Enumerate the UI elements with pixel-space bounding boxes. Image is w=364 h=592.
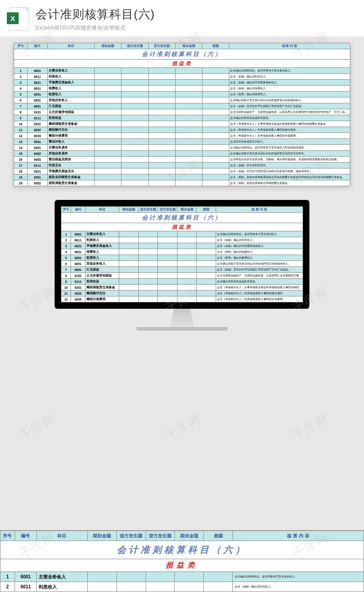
cell-closing [177, 249, 196, 255]
cell-credit [158, 261, 177, 267]
table-row: 7 6061 汇兑损益 企业（金融）发生的外币交易因汇率变动而产生的汇兑损益。 [61, 267, 303, 273]
cell-diff [202, 127, 229, 133]
table-row: 4 6031 保费收入 企业（保险）确认的保费收入。 [14, 86, 350, 92]
column-header: 期末金额 [175, 531, 204, 541]
table-row: 5 6051 租赁收入 企业（租赁）确认的租赁收入。 [14, 92, 350, 97]
cell-subject: 利息收入 [47, 74, 94, 80]
cell-code: 6502 [27, 180, 47, 186]
cell-opening [119, 231, 138, 237]
cell-subject: 保费收入 [47, 86, 94, 92]
cell-closing [175, 115, 202, 121]
table-row: 19 6501 提取未到期责任准备金 企业（保险）提取的非寿险原保险合同未到期责… [14, 174, 350, 180]
cell-diff [197, 296, 216, 302]
cell-diff [202, 68, 229, 74]
cell-subject: 提取未到期责任准备金 [47, 174, 94, 180]
cell-credit [148, 80, 175, 86]
cell-desc: 企业确认的投资收益或投资损失。 [229, 115, 350, 121]
sheet-title: 会计准则核算科目（六） [14, 49, 350, 60]
cell-code: 6051 [27, 92, 47, 97]
cell-subject: 公允价值变动损益 [47, 109, 94, 115]
cell-subject: 手续费及佣金支出 [47, 168, 94, 174]
cell-credit [158, 296, 177, 302]
preview-card-bottom: 会计准则核算科目（六）损益类序号编号科目期初金额借方发生额贷方发生额期末金额差额… [0, 530, 364, 592]
cell-code: 6201 [71, 285, 86, 291]
cell-subject: 利息支出 [47, 163, 94, 168]
table-row: 2 6011 利息收入 企业（金融）确认的利息收入。 [61, 237, 303, 243]
table-row: 3 6021 手续费及佣金收入 企业（金融）确认的手续费及佣金收入。 [14, 80, 350, 86]
cell-debit [121, 163, 148, 168]
cell-desc: 企业（金融）确认的利息收入。 [229, 74, 350, 80]
table-row: 8 6101 公允价值变动损益 企业交易性金融资产、交易性金融负债，以及采用公允… [14, 109, 350, 115]
cell-desc: 企业确认的投资收益或投资损失。 [216, 279, 303, 285]
cell-code: 6203 [27, 133, 47, 139]
monitor-preview: 会计准则核算科目（六）损益类序号编号科目期初金额借方发生额贷方发生额期末金额差额… [0, 200, 364, 331]
cell-subject: 其他业务收入 [86, 261, 119, 267]
accounting-table-monitor: 会计准则核算科目（六）损益类序号编号科目期初金额借方发生额贷方发生额期末金额差额… [61, 206, 303, 302]
table-row: 17 6411 利息支出 企业（金融）发生的利息支出。 [14, 163, 350, 168]
cell-code: 6203 [71, 296, 86, 302]
cell-seq: 15 [14, 151, 28, 157]
cell-diff [202, 174, 229, 180]
cell-debit [121, 151, 148, 157]
cell-debit [121, 97, 148, 103]
cell-diff [202, 180, 229, 186]
sheet-title: 会计准则核算科目（六） [0, 541, 364, 559]
cell-credit [158, 231, 177, 237]
cell-opening [95, 174, 121, 180]
cell-debit [138, 255, 157, 261]
cell-credit [158, 243, 177, 249]
cell-desc: 企业确认的除主营业务活动以外的其他经营活动实现的收入。 [229, 97, 350, 103]
monitor-screen: 会计准则核算科目（六）损益类序号编号科目期初金额借方发生额贷方发生额期末金额差额… [55, 200, 309, 309]
cell-opening [95, 109, 121, 115]
column-header: 贷方发生额 [146, 531, 175, 541]
column-header: 序号 [61, 207, 71, 213]
cell-seq: 19 [14, 174, 28, 180]
cell-subject: 主营业务成本 [47, 145, 94, 151]
table-row: 10 6201 摊回保险责任准备金 企业（再保险分出人）从事再保险业务应向再保险… [61, 285, 303, 291]
cell-code: 6061 [27, 103, 47, 109]
cell-closing [177, 261, 196, 267]
cell-desc: 企业（金融）发生的与其经营活动相关的各项手续费、佣金等支出。 [229, 168, 350, 174]
cell-debit [121, 109, 148, 115]
cell-code: 6051 [27, 97, 47, 103]
column-header: 序号 [0, 531, 15, 541]
cell-subject: 提取保险责任准备金 [47, 180, 94, 186]
column-header: 编号 [71, 207, 86, 213]
cell-debit [121, 145, 148, 151]
sheet-subtitle: 损益类 [61, 223, 303, 231]
cell-closing [175, 80, 202, 86]
cell-subject: 保费收入 [86, 249, 119, 255]
cell-code: 6101 [71, 273, 86, 279]
cell-desc: 企业（租赁）确认的租赁收入。 [229, 92, 350, 97]
table-row: 5 6051 租赁收入 企业（租赁）确认的租赁收入。 [61, 255, 303, 261]
cell-opening [119, 243, 138, 249]
cell-opening [119, 296, 138, 302]
column-header: 科目 [36, 531, 87, 541]
sheet-title: 会计准则核算科目（六） [61, 213, 303, 223]
cell-opening [119, 249, 138, 255]
cell-credit [158, 285, 177, 291]
cell-subject: 其他业务收入 [47, 97, 94, 103]
cell-seq: 13 [14, 139, 28, 145]
cell-opening [119, 273, 138, 279]
cell-diff [202, 115, 229, 121]
cell-desc: 企业（金融）确认的手续费及佣金收入。 [216, 243, 303, 249]
cell-code: 6421 [27, 168, 47, 174]
cell-seq: 18 [14, 168, 28, 174]
cell-code: 6501 [27, 174, 47, 180]
cell-desc: 企业（金融）确认的利息收入。 [216, 237, 303, 243]
table-row: 20 6502 提取保险责任准备金 企业（保险）提取的原保险合同保险责任准备金。 [14, 180, 350, 186]
preview-card-top: 会计准则核算科目（六）损益类序号编号科目期初金额借方发生额贷方发生额期末金额差额… [14, 43, 350, 186]
cell-desc: 企业（金融）确认的利息收入。 [233, 582, 364, 592]
table-row: 8 6101 公允价值变动损益 企业交易性金融资产、交易性金融负债，以及采用公允… [61, 273, 303, 279]
cell-debit [138, 296, 157, 302]
cell-closing [175, 163, 202, 168]
cell-diff [202, 109, 229, 115]
table-row: 3 6021 手续费及佣金收入 企业（金融）确认的手续费及佣金收入。 [61, 243, 303, 249]
cell-credit [148, 168, 175, 174]
cell-code: 6051 [71, 261, 86, 267]
cell-diff [197, 279, 216, 285]
cell-debit [138, 243, 157, 249]
cell-diff [204, 572, 233, 582]
cell-code: 6401 [27, 145, 47, 151]
